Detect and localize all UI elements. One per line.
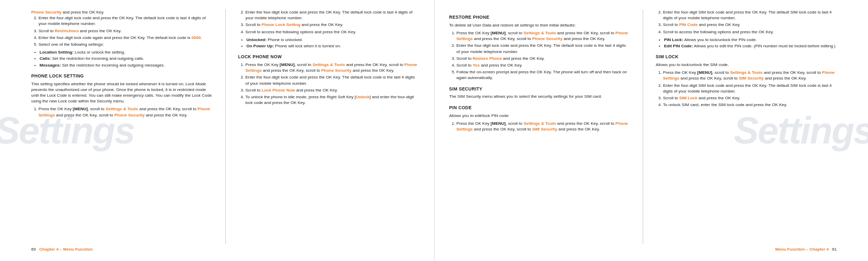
list-item: PIN Lock: Allows you to lock/unlock the … xyxy=(664,37,837,43)
list-item: Enter the four-digit lock code and press… xyxy=(39,15,213,27)
restore-phone-list: Press the OK Key [MENU], scroll to Setti… xyxy=(456,30,630,81)
lock-phone-list: Press the OK Key [MENU], scroll to Setti… xyxy=(246,62,420,106)
list-item: To unlock the phone in idle mode, press … xyxy=(246,94,420,106)
pin-code-heading: PIN CODE xyxy=(449,105,630,111)
list-item: Edit PIN Code: Allows you to edit the PI… xyxy=(664,43,837,49)
list-item: Calls: Set the restriction for incoming … xyxy=(40,56,213,61)
list-item: Press the OK Key [MENU], scroll to Setti… xyxy=(39,106,213,118)
pin-code-list: Press the OK Key [MENU], scroll to Setti… xyxy=(456,121,630,132)
list-item: Unlocked: Phone is unlocked. xyxy=(247,37,420,43)
list-item: Scroll to Yes and press the OK Key. xyxy=(456,62,630,68)
list-item: Scroll to SIM Lock and press the OK Key. xyxy=(663,95,837,101)
page-left: Phone Security and press the OK Key. Ent… xyxy=(0,0,434,261)
right-footer: Menu Function – Chapter 4 61 xyxy=(449,244,837,252)
list-item: Select one of the following settings: xyxy=(39,42,213,47)
list-item: Enter the four-digit lock code and press… xyxy=(246,9,420,21)
col-divider-left xyxy=(225,9,226,244)
pin-code-desc: Allows you to edit/lock PIN code: xyxy=(449,113,630,119)
phone-security-link: Phone Security xyxy=(31,10,61,15)
left-col1-intro: Phone Security and press the OK Key. xyxy=(31,9,213,15)
restore-phone-heading: RESTORE PHONE xyxy=(449,15,630,21)
sim-security-desc: The SIM Security menu allows you to sele… xyxy=(449,94,630,99)
list-item: Enter the four-digit SIM lock code and p… xyxy=(663,9,837,21)
left-content: Phone Security and press the OK Key. Ent… xyxy=(31,9,419,244)
list-item: On Power Up: Phone will lock when it is … xyxy=(247,43,420,49)
left-page-number: 60 xyxy=(31,247,36,252)
sim-lock-heading: SIM LOCK xyxy=(656,54,837,60)
left-col1-bullets: Location Setting: Locks or unlock the se… xyxy=(40,49,213,68)
phone-lock-desc: This setting specifies whether the phone… xyxy=(31,81,213,105)
left-col1-list: Enter the four-digit lock code and press… xyxy=(39,15,213,47)
list-item: Press the OK Key [MENU], scroll to Setti… xyxy=(246,62,420,73)
list-item: Scroll to PIN Code and press the OK Key. xyxy=(663,22,837,28)
list-item: Messages: Set the restriction for incomi… xyxy=(40,62,213,68)
list-item: Press the OK Key [MENU], scroll to Setti… xyxy=(663,70,837,81)
sim-lock-list: Press the OK Key [MENU], scroll to Setti… xyxy=(663,70,837,108)
sim-lock-desc: Allows you to lock/unlock the SIM code. xyxy=(656,62,837,68)
list-item: Press the OK Key [MENU], scroll to Setti… xyxy=(456,30,630,42)
list-item: Scroll to access the following options a… xyxy=(663,29,837,35)
left-col2-bullets: Unlocked: Phone is unlocked. On Power Up… xyxy=(247,37,420,49)
list-item: Press the OK Key [MENU], scroll to Setti… xyxy=(456,121,630,132)
list-item: Enter the four-digit lock code and press… xyxy=(246,74,420,86)
left-column-2: Enter the four-digit lock code and press… xyxy=(238,9,420,244)
sim-security-heading: SIM SECURITY xyxy=(449,86,630,93)
right-col2-list-top: Enter the four-digit SIM lock code and p… xyxy=(663,9,837,35)
list-item: Scroll to Restrictions and press the OK … xyxy=(39,28,213,34)
right-col2-bullets: PIN Lock: Allows you to lock/unlock the … xyxy=(664,37,837,49)
right-page-number: 61 xyxy=(832,247,837,252)
list-item: To unlock SIM card, enter the SIM lock c… xyxy=(663,102,837,108)
list-item: Scroll to Phone Lock Setting and press t… xyxy=(246,22,420,28)
left-chapter-label: Chapter 4 – Menu Function xyxy=(40,247,93,252)
list-item: Scroll to access the following options a… xyxy=(246,29,420,35)
list-item: Location Setting: Locks or unlock the se… xyxy=(40,49,213,55)
lock-phone-now-heading: LOCK PHONE NOW xyxy=(238,54,420,60)
col-divider-right xyxy=(643,9,643,244)
list-item: Scroll to Lock Phone Now and press the O… xyxy=(246,87,420,93)
phone-lock-setting-heading: PHONE LOCK SETTING xyxy=(31,73,213,80)
list-item: Enter the four-digit SIM lock code and p… xyxy=(663,83,837,94)
phone-lock-list: Press the OK Key [MENU], scroll to Setti… xyxy=(39,106,213,118)
restore-phone-desc: To delete all User Data and restore all … xyxy=(449,22,630,28)
list-item: Enter the four-digit lock code and press… xyxy=(456,43,630,54)
list-item: Scroll to Restore Phone and press the OK… xyxy=(456,56,630,61)
left-col2-list-top: Enter the four-digit lock code and press… xyxy=(246,9,420,35)
page-spread: Settings Phone Security and press the OK… xyxy=(0,0,868,261)
left-footer: 60 Chapter 4 – Menu Function xyxy=(31,244,419,252)
right-column-1: RESTORE PHONE To delete all User Data an… xyxy=(449,9,630,244)
list-item: Enter the four-digit lock code again and… xyxy=(39,35,213,41)
list-item: Follow the on-screen prompt and press th… xyxy=(456,69,630,81)
watermark-right: Settings xyxy=(734,109,868,152)
left-column-1: Phone Security and press the OK Key. Ent… xyxy=(31,9,213,244)
right-chapter-label: Menu Function – Chapter 4 xyxy=(775,247,829,252)
